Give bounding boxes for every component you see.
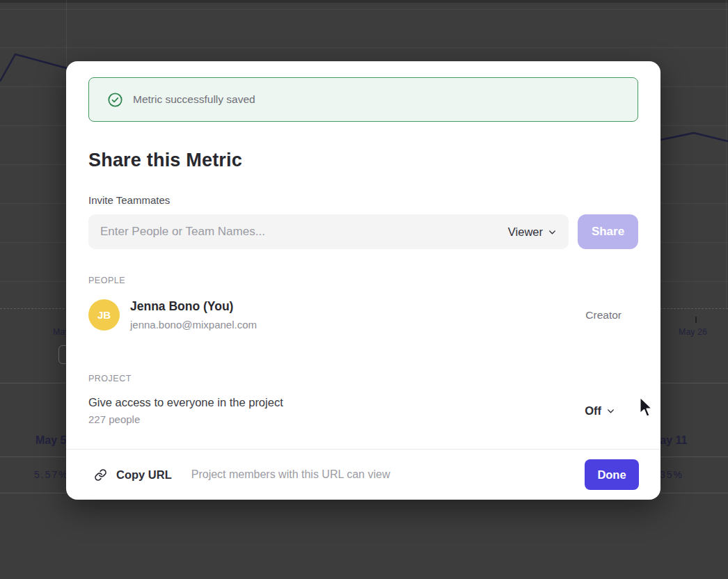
role-select-value: Viewer [508,225,543,239]
avatar-initials: JB [97,309,111,321]
axis-tick [695,317,697,323]
modal-footer: Copy URL Project members with this URL c… [66,449,660,500]
table-value-left: 5.57% [34,469,69,480]
share-button[interactable]: Share [578,214,638,249]
project-row: Give access to everyone in the project 2… [88,396,638,425]
modal-title: Share this Metric [88,150,638,171]
invite-teammates-label: Invite Teammates [88,194,638,206]
person-info: Jenna Bono (You) jenna.bono@mixpanel.com [130,299,585,331]
project-member-count: 227 people [88,413,585,425]
person-row: JB Jenna Bono (You) jenna.bono@mixpanel.… [88,299,638,331]
person-email: jenna.bono@mixpanel.com [130,319,585,331]
x-axis-label-right: May 26 [679,327,707,337]
project-access-dropdown[interactable]: Off [585,404,615,418]
done-button[interactable]: Done [585,459,639,490]
project-info: Give access to everyone in the project 2… [88,396,585,425]
table-date-left: May 5 [35,434,66,447]
invite-field: Viewer [88,214,569,249]
avatar: JB [88,299,120,331]
copy-url-button[interactable]: Copy URL [116,468,172,482]
invite-row: Viewer Share [88,214,638,249]
person-role: Creator [585,309,622,322]
invite-input[interactable] [88,214,569,249]
mouse-cursor-icon [638,396,656,422]
project-section-label: PROJECT [88,374,638,383]
share-metric-modal: Metric successfully saved Share this Met… [66,61,660,500]
role-select-dropdown[interactable]: Viewer [508,214,557,249]
success-toast: Metric successfully saved [88,77,638,122]
person-name: Jenna Bono (You) [130,299,585,314]
toast-message: Metric successfully saved [133,93,255,106]
chevron-down-icon [548,228,557,237]
project-access-title: Give access to everyone in the project [88,396,585,409]
chevron-down-icon [606,406,615,415]
table-value-right: 35% [660,469,683,480]
project-access-value: Off [585,404,601,418]
link-icon [94,468,107,482]
people-section-label: PEOPLE [88,276,638,285]
footer-helper-text: Project members with this URL can view [191,468,585,481]
check-circle-icon [108,93,122,107]
